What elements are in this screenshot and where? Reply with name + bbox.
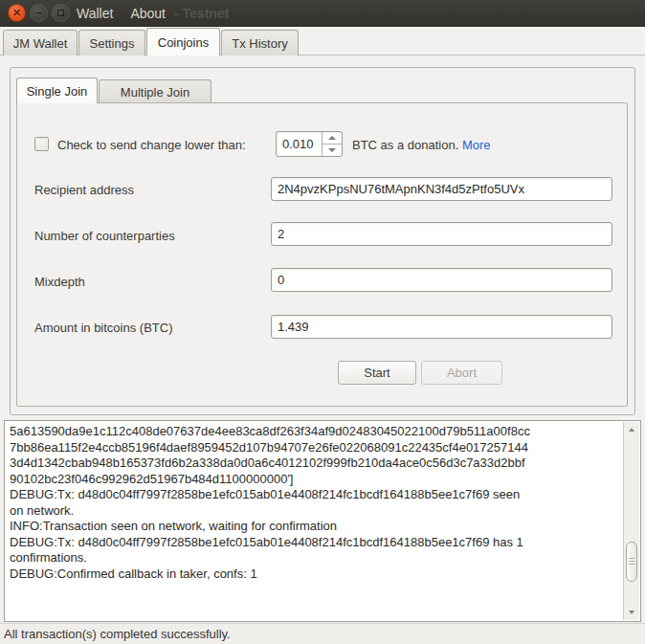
log-line: 90102bc23f046c992962d51967b484d110000000… [10, 472, 617, 488]
scroll-up-icon [629, 428, 634, 432]
donation-amount-value[interactable]: 0.010 [277, 132, 322, 156]
log-line: 5a613590da9e1c112c408de07637de4ee83ca8df… [10, 424, 617, 440]
menu-wallet[interactable]: Wallet [77, 6, 113, 21]
scroll-up-button[interactable] [624, 422, 639, 437]
grip-icon [629, 561, 634, 562]
donation-suffix-text: BTC as a donation. [352, 138, 458, 152]
tab-jm-wallet[interactable]: JM Wallet [3, 30, 78, 56]
log-line: INFO:Transaction seen on network, waitin… [10, 519, 617, 535]
status-text: All transaction(s) completed successfull… [4, 627, 231, 641]
main-tabbar: JM Wallet Settings Coinjoins Tx History [0, 27, 645, 56]
spin-down-button[interactable] [322, 144, 342, 156]
chevron-down-icon [328, 148, 336, 152]
start-button[interactable]: Start [338, 361, 416, 385]
log-output[interactable]: 5a613590da9e1c112c408de07637de4ee83ca8df… [4, 420, 641, 622]
menu-about[interactable]: About [130, 6, 166, 21]
app-window: ✕ – Wallet About - Testnet JM Wallet Set… [0, 0, 645, 644]
mixdepth-label: Mixdepth [34, 275, 85, 289]
tab-settings[interactable]: Settings [78, 30, 145, 56]
amount-input[interactable] [271, 315, 612, 339]
donation-label: Check to send change lower than: [57, 138, 246, 152]
counterparties-input[interactable] [271, 222, 612, 246]
mixdepth-input[interactable] [271, 268, 612, 292]
status-bar: All transaction(s) completed successfull… [0, 623, 645, 644]
recipient-address-label: Recipient address [34, 183, 134, 197]
menubar: Wallet About [77, 6, 166, 21]
scrollbar-thumb[interactable] [626, 542, 637, 582]
donation-amount-stepper[interactable]: 0.010 [276, 131, 343, 157]
window-title: - Testnet [174, 6, 229, 21]
donation-suffix: BTC as a donation. More [352, 138, 491, 152]
more-link[interactable]: More [462, 138, 491, 152]
titlebar: ✕ – Wallet About - Testnet [0, 0, 645, 27]
abort-button: Abort [421, 361, 502, 385]
chevron-up-icon [328, 136, 336, 140]
log-line: DEBUG:Tx: d48d0c04ff7997f2858be1efc015ab… [10, 487, 617, 503]
log-line: on network. [10, 503, 617, 520]
grip-icon [629, 564, 634, 565]
recipient-address-input[interactable] [271, 177, 612, 201]
scrollbar-track[interactable] [624, 437, 639, 605]
log-line: DEBUG:Tx: d48d0c04ff7997f2858be1efc015ab… [10, 535, 617, 551]
log-line: DEBUG:Confirmed callback in taker, confs… [10, 566, 617, 583]
counterparties-label: Number of counterparties [34, 229, 175, 243]
donation-checkbox[interactable] [34, 137, 49, 151]
tab-single-join[interactable]: Single Join [16, 78, 98, 103]
scroll-down-icon [629, 611, 634, 614]
maximize-icon[interactable] [52, 4, 70, 22]
close-icon[interactable]: ✕ [8, 4, 26, 22]
log-line: confirmations. [10, 550, 617, 566]
tab-coinjoins[interactable]: Coinjoins [146, 28, 220, 56]
tab-multiple-join[interactable]: Multiple Join [99, 79, 211, 104]
tab-tx-history[interactable]: Tx History [221, 30, 299, 56]
spin-up-button[interactable] [322, 132, 342, 144]
amount-label: Amount in bitcoins (BTC) [34, 321, 173, 335]
minimize-icon[interactable]: – [30, 4, 48, 22]
log-line: 7bb86ea115f2e4ccb85196f4daef8959452d107b… [10, 440, 617, 456]
scroll-down-button[interactable] [624, 605, 639, 620]
maximize-glyph [57, 10, 64, 16]
log-scrollbar[interactable] [623, 422, 639, 620]
log-line: 3d4d1342cbab948b165373fd6b2a338da0d0a6c4… [10, 455, 617, 472]
grip-icon [629, 558, 634, 559]
spin-buttons [322, 132, 342, 156]
